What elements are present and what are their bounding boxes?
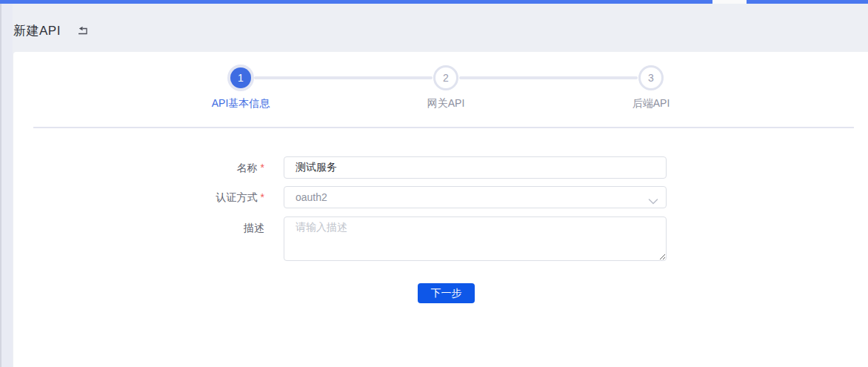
- step-2-circle[interactable]: 2: [433, 65, 458, 90]
- auth-select-value: oauth2: [296, 187, 327, 208]
- left-gutter: [0, 4, 13, 367]
- desc-textarea[interactable]: [284, 216, 667, 261]
- step-connector-2: [459, 76, 638, 79]
- auth-select[interactable]: oauth2: [284, 186, 667, 208]
- auth-label: 认证方式*: [116, 186, 264, 208]
- next-step-button[interactable]: 下一步: [418, 283, 475, 303]
- desc-label: 描述: [116, 216, 264, 239]
- step-2-label: 网关API: [387, 97, 505, 110]
- page-header: 新建API: [0, 4, 868, 51]
- name-required-mark: *: [261, 162, 264, 173]
- step-3-circle[interactable]: 3: [638, 65, 664, 90]
- name-label: 名称*: [116, 156, 264, 179]
- step-1-circle[interactable]: 1: [230, 67, 251, 88]
- page-title: 新建API: [13, 22, 61, 39]
- section-divider: [33, 127, 854, 128]
- chevron-down-icon: [648, 194, 658, 200]
- auth-required-mark: *: [261, 191, 264, 203]
- step-3-label: 后端API: [592, 97, 710, 110]
- undo-back-icon[interactable]: [77, 24, 88, 36]
- step-connector-1: [254, 76, 433, 79]
- name-input[interactable]: [284, 156, 667, 179]
- auth-label-text: 认证方式: [216, 191, 258, 203]
- desc-label-text: 描述: [244, 222, 264, 234]
- create-api-card: 1 2 3 API基本信息 网关API 后端API 名称* 认证方式* oaut…: [13, 52, 868, 367]
- step-1-label: API基本信息: [181, 97, 300, 110]
- name-label-text: 名称: [237, 162, 258, 173]
